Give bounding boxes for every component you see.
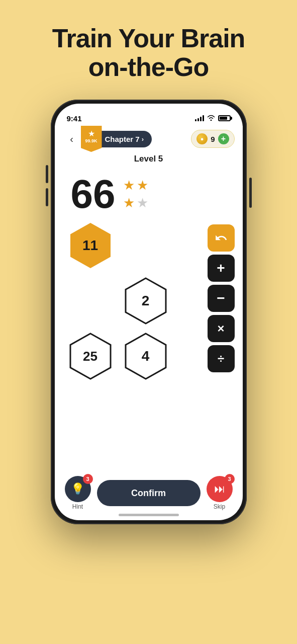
back-button[interactable]: ‹ xyxy=(63,130,81,148)
star-3: ★ xyxy=(123,195,135,211)
home-indicator xyxy=(119,514,179,516)
skip-icon: ⏭ xyxy=(214,482,225,496)
add-button[interactable]: + xyxy=(208,255,235,282)
score-row: 66 ★ ★ ★ ★ xyxy=(63,170,235,218)
hint-label: Hint xyxy=(72,503,83,510)
coin-icon: ● xyxy=(196,133,208,144)
skip-label: Skip xyxy=(214,503,225,510)
multiply-button[interactable]: × xyxy=(208,315,235,342)
undo-button[interactable] xyxy=(208,224,235,252)
skip-button[interactable]: ⏭ 3 Skip xyxy=(207,476,233,510)
star-1: ★ xyxy=(123,178,135,193)
power-button xyxy=(249,178,252,208)
bookmark-count: 99.9K xyxy=(85,138,97,143)
hex-grid: 11 2 25 xyxy=(63,220,208,381)
coin-count: 9 xyxy=(211,135,215,143)
chapter-label: Chapter 7 xyxy=(105,135,140,143)
confirm-button[interactable]: Confirm xyxy=(97,480,201,506)
confirm-label: Confirm xyxy=(131,488,166,499)
bulb-icon: 💡 xyxy=(71,482,84,496)
hint-badge: 3 xyxy=(83,474,93,484)
puzzle-row: 11 2 25 xyxy=(63,218,235,383)
status-time: 9:41 xyxy=(67,114,82,123)
minus-icon: − xyxy=(217,290,225,306)
phone-screen: 9:41 xyxy=(55,104,243,520)
volume-down-button xyxy=(46,188,48,206)
chapter-badge[interactable]: ★ 99.9K Chapter 7 › xyxy=(85,131,152,147)
signal-icon xyxy=(195,115,204,121)
hex-2-value: 2 xyxy=(142,293,150,309)
multiply-icon: × xyxy=(217,321,224,336)
wifi-icon xyxy=(207,115,215,122)
battery-icon xyxy=(218,115,231,121)
status-bar: 9:41 xyxy=(55,104,243,126)
add-icon: + xyxy=(217,260,225,276)
game-area: 66 ★ ★ ★ ★ 11 xyxy=(55,170,243,470)
phone-frame: 9:41 xyxy=(51,100,247,524)
bookmark-star-icon: ★ xyxy=(88,129,95,138)
hex-2[interactable]: 2 xyxy=(123,276,168,326)
status-icons xyxy=(195,115,231,122)
hex-11-value: 11 xyxy=(82,237,98,254)
skip-badge: 3 xyxy=(225,474,235,484)
hex-11[interactable]: 11 xyxy=(68,220,113,271)
operators-column: + − × ÷ xyxy=(208,220,235,372)
hex-4[interactable]: 4 xyxy=(123,331,168,381)
hint-button[interactable]: 💡 3 Hint xyxy=(65,476,91,510)
hex-25[interactable]: 25 xyxy=(68,331,113,381)
nav-bar: ‹ ★ 99.9K Chapter 7 › ● 9 + xyxy=(55,126,243,152)
divide-button[interactable]: ÷ xyxy=(208,345,235,372)
star-4: ★ xyxy=(137,195,148,211)
chapter-chevron-icon: › xyxy=(142,135,144,143)
level-label: Level 5 xyxy=(55,152,243,170)
divide-icon: ÷ xyxy=(218,352,224,366)
stars-display: ★ ★ ★ ★ xyxy=(123,178,148,211)
hex-25-value: 25 xyxy=(83,349,97,364)
page-title: Train Your Brain on-the-Go xyxy=(52,24,245,82)
score-number: 66 xyxy=(71,174,116,214)
volume-up-button xyxy=(46,165,48,183)
bottom-bar: 💡 3 Hint Confirm ⏭ 3 Skip xyxy=(55,470,243,520)
star-2: ★ xyxy=(137,178,148,193)
subtract-button[interactable]: − xyxy=(208,285,235,312)
star-bookmark: ★ 99.9K xyxy=(81,126,102,152)
hex-4-value: 4 xyxy=(142,348,150,364)
coins-badge: ● 9 + xyxy=(191,130,234,148)
add-coins-button[interactable]: + xyxy=(218,133,229,144)
